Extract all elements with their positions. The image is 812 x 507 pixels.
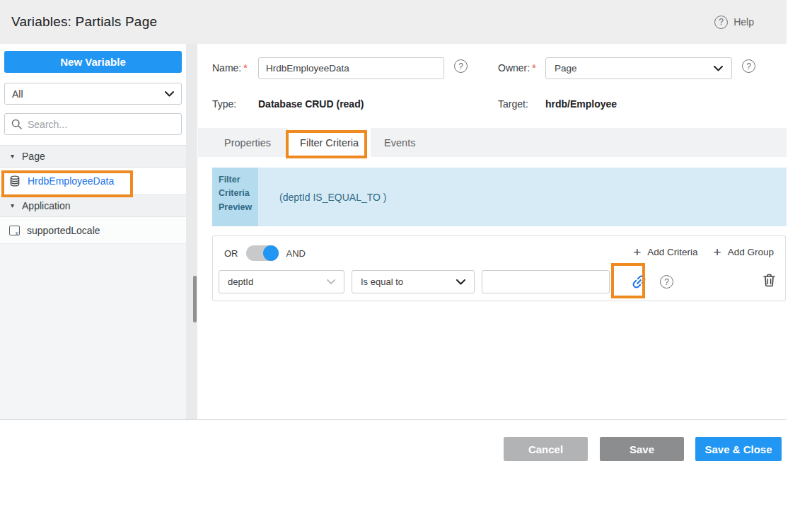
tab-events[interactable]: Events <box>382 128 417 157</box>
chevron-down-icon <box>165 91 174 97</box>
tree-section-application[interactable]: ▾ Application <box>0 194 186 217</box>
help-label: Help <box>733 16 754 28</box>
search-input[interactable] <box>28 119 175 130</box>
name-input[interactable] <box>258 57 444 79</box>
add-group-label: Add Group <box>728 247 774 257</box>
logic-toggle-row: OR AND <box>224 245 306 261</box>
collapse-triangle-icon: ▾ <box>11 153 14 160</box>
help-button[interactable]: ? Help <box>714 16 754 29</box>
criteria-help-icon[interactable]: ? <box>660 275 673 289</box>
criteria-field-value: deptId <box>228 276 253 287</box>
sidebar-filler <box>0 244 186 419</box>
bind-variable-link-button[interactable] <box>630 273 648 291</box>
add-criteria-label: Add Criteria <box>647 247 697 257</box>
criteria-condition-value: Is equal to <box>361 276 403 287</box>
plus-icon: + <box>633 245 641 259</box>
delete-criteria-button[interactable] <box>763 274 775 287</box>
save-button[interactable]: Save <box>600 437 684 461</box>
variable-filter-select[interactable]: All <box>4 83 182 105</box>
owner-label: Owner:* <box>498 62 536 74</box>
criteria-actions: + Add Criteria + Add Group <box>633 245 774 259</box>
and-label: AND <box>286 248 306 259</box>
tree-section-page[interactable]: ▾ Page <box>0 145 186 168</box>
owner-select[interactable]: Page <box>545 57 732 79</box>
tree-item-supportedlocale[interactable]: x supportedLocale <box>0 217 186 244</box>
link-icon <box>630 273 648 291</box>
tree-item-hrdbemployeedata[interactable]: HrdbEmployeeData <box>0 168 186 194</box>
variable-tree: ▾ Page HrdbEmployeeData ▾ Application x … <box>0 145 186 419</box>
type-value: Database CRUD (read) <box>258 98 364 110</box>
tree-section-page-label: Page <box>22 151 45 162</box>
detail-tabs: Properties Filter Criteria Events <box>198 128 787 157</box>
database-icon <box>9 175 21 187</box>
locale-variable-icon: x <box>9 226 20 235</box>
add-group-button[interactable]: + Add Group <box>714 245 774 259</box>
filter-criteria-preview-label: Filter Criteria Preview <box>212 168 258 226</box>
variables-dialog: Variables: Partials Page ? Help New Vari… <box>0 0 812 507</box>
criteria-builder: OR AND + Add Criteria + Add Group deptId <box>212 235 786 301</box>
page-title: Variables: Partials Page <box>11 14 157 30</box>
type-label: Type: <box>212 98 236 110</box>
criteria-field-select[interactable]: deptId <box>219 270 344 293</box>
variable-filter-value: All <box>12 88 23 100</box>
plus-icon: + <box>714 245 721 259</box>
criteria-condition-select[interactable]: Is equal to <box>352 270 475 293</box>
owner-help-icon[interactable]: ? <box>742 59 755 73</box>
criteria-value-input[interactable] <box>482 270 610 293</box>
sidebar-scrollbar-thumb[interactable] <box>193 276 197 322</box>
tree-section-application-label: Application <box>22 200 71 211</box>
save-and-close-button[interactable]: Save & Close <box>695 437 782 461</box>
filter-criteria-preview-value: (deptId IS_EQUAL_TO ) <box>258 168 787 226</box>
dialog-titlebar: Variables: Partials Page ? Help <box>0 0 787 44</box>
target-label: Target: <box>498 98 528 110</box>
owner-value: Page <box>555 63 577 74</box>
required-asterisk: * <box>532 62 535 74</box>
chevron-down-icon <box>714 66 723 71</box>
help-icon: ? <box>714 16 728 29</box>
variables-sidebar: New Variable All ▾ Page HrdbEm <box>0 44 186 419</box>
or-label: OR <box>224 248 238 259</box>
tree-item-label: HrdbEmployeeData <box>28 175 114 187</box>
name-help-icon[interactable]: ? <box>454 59 468 73</box>
chevron-down-icon <box>456 279 465 285</box>
tree-item-label: supportedLocale <box>27 225 100 236</box>
chevron-down-icon <box>327 279 335 285</box>
required-asterisk: * <box>243 62 247 74</box>
toggle-knob <box>263 245 279 261</box>
variable-search <box>4 113 182 135</box>
sidebar-divider <box>186 44 197 419</box>
name-label: Name:* <box>212 62 248 74</box>
or-and-toggle[interactable] <box>246 245 279 261</box>
add-criteria-button[interactable]: + Add Criteria <box>633 245 697 259</box>
dialog-body-divider <box>0 419 787 420</box>
tab-filter-criteria[interactable]: Filter Criteria <box>288 128 371 157</box>
variable-detail-panel: Name:* ? Owner:* Page ? Type: Database C… <box>198 44 787 419</box>
target-value: hrdb/Employee <box>545 98 617 110</box>
cancel-button[interactable]: Cancel <box>504 437 588 461</box>
new-variable-button[interactable]: New Variable <box>4 51 182 73</box>
tab-properties[interactable]: Properties <box>222 128 273 157</box>
collapse-triangle-icon: ▾ <box>11 202 14 209</box>
trash-icon <box>763 274 775 287</box>
filter-criteria-preview: Filter Criteria Preview (deptId IS_EQUAL… <box>212 168 787 226</box>
search-icon <box>11 119 22 129</box>
